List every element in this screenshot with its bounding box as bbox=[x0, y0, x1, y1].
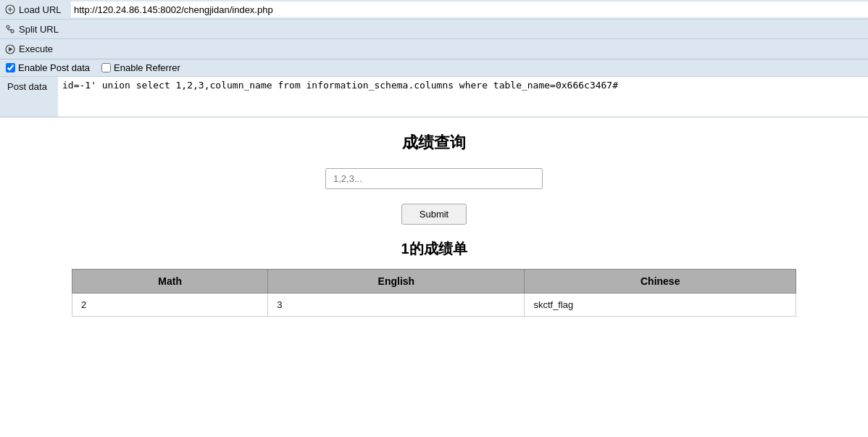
split-url-button[interactable]: Split URL bbox=[0, 21, 71, 37]
postdata-body: Post data bbox=[0, 77, 868, 117]
search-form bbox=[14, 168, 854, 189]
result-table: Math English Chinese 23skctf_flag bbox=[72, 269, 796, 317]
enable-post-label: Enable Post data bbox=[18, 62, 90, 73]
web-content: 成绩查询 Submit 1的成绩单 Math English Chinese 2… bbox=[0, 117, 868, 331]
postdata-section: Enable Post data Enable Referrer Post da… bbox=[0, 59, 868, 117]
submit-button[interactable]: Submit bbox=[401, 204, 467, 225]
execute-button[interactable]: Execute bbox=[0, 41, 71, 57]
page-title: 成绩查询 bbox=[14, 132, 854, 154]
enable-post-checkbox-label[interactable]: Enable Post data bbox=[6, 62, 90, 73]
postdata-controls: Enable Post data Enable Referrer bbox=[0, 59, 868, 77]
enable-referrer-label: Enable Referrer bbox=[114, 62, 180, 73]
svg-marker-6 bbox=[9, 47, 13, 51]
table-row: 23skctf_flag bbox=[72, 294, 796, 317]
result-title: 1的成绩单 bbox=[14, 239, 854, 259]
postdata-textarea[interactable] bbox=[58, 77, 868, 117]
execute-label: Execute bbox=[19, 43, 53, 54]
table-header-row: Math English Chinese bbox=[72, 270, 796, 294]
load-url-button[interactable]: Load URL bbox=[0, 1, 71, 17]
execute-icon bbox=[4, 43, 16, 55]
search-input[interactable] bbox=[325, 168, 543, 189]
load-url-icon bbox=[4, 4, 16, 15]
enable-referrer-checkbox[interactable] bbox=[101, 63, 111, 72]
col-math: Math bbox=[72, 270, 268, 294]
enable-referrer-checkbox-label[interactable]: Enable Referrer bbox=[101, 62, 180, 73]
enable-post-checkbox[interactable] bbox=[6, 63, 15, 72]
table-cell: 3 bbox=[268, 294, 525, 317]
svg-point-1 bbox=[7, 25, 9, 28]
col-english: English bbox=[268, 270, 525, 294]
split-url-icon bbox=[4, 23, 16, 35]
split-url-row: Split URL bbox=[0, 20, 868, 39]
toolbar: Load URL Split URL bbox=[0, 0, 868, 59]
table-body: 23skctf_flag bbox=[72, 294, 796, 317]
table-cell: skctf_flag bbox=[525, 294, 796, 317]
split-url-label: Split URL bbox=[19, 24, 59, 35]
load-url-row: Load URL bbox=[0, 0, 868, 20]
postdata-label: Post data bbox=[0, 77, 58, 96]
url-input[interactable] bbox=[71, 1, 868, 17]
table-cell: 2 bbox=[72, 294, 268, 317]
execute-row: Execute bbox=[0, 39, 868, 59]
col-chinese: Chinese bbox=[525, 270, 796, 294]
load-url-label: Load URL bbox=[19, 4, 62, 15]
